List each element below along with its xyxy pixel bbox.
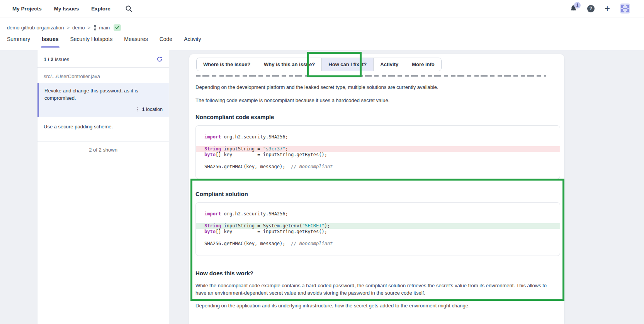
user-avatar[interactable] bbox=[620, 3, 630, 14]
issue-message: Revoke and change this password, as it i… bbox=[44, 87, 163, 102]
clipped-text-line bbox=[196, 75, 546, 78]
issue-detail-panel: Where is the issue? Why is this an issue… bbox=[189, 54, 564, 324]
branch-selector[interactable]: main bbox=[93, 25, 110, 31]
noncompliant-code-heading: Noncompliant code example bbox=[195, 114, 558, 120]
code-line bbox=[196, 140, 560, 146]
locations-dots-icon: ⋮ bbox=[135, 106, 140, 112]
noncompliant-intro-paragraph: The following code example is noncomplia… bbox=[195, 97, 558, 104]
issue-locations-row[interactable]: ⋮1 location bbox=[44, 106, 163, 113]
code-line: SHA256.getHMAC(key, message); // Noncomp… bbox=[196, 241, 560, 247]
noncompliant-code-block: import org.h2.security.SHA256; String in… bbox=[195, 125, 560, 179]
rule-tabs-header: Where is the issue? Why is this an issue… bbox=[195, 54, 558, 74]
issues-shown-footer: 2 of 2 shown bbox=[37, 142, 169, 158]
intro-paragraph: Depending on the development platform an… bbox=[195, 84, 558, 91]
compliant-code-block: import org.h2.security.SHA256; String in… bbox=[195, 202, 560, 256]
code-line: SHA256.getHMAC(key, message); // Noncomp… bbox=[196, 164, 560, 170]
tab-summary[interactable]: Summary bbox=[7, 36, 30, 48]
notifications-bell-icon[interactable]: 1 bbox=[570, 5, 577, 12]
issues-counter-label: issues bbox=[55, 56, 69, 62]
rule-tab-group: Where is the issue? Why is this an issue… bbox=[196, 58, 442, 71]
git-branch-icon bbox=[93, 25, 97, 31]
breadcrumb-org-link[interactable]: demo-github-organization bbox=[7, 25, 64, 31]
branch-name: main bbox=[99, 25, 110, 31]
rule-tab-more-info[interactable]: More info bbox=[405, 58, 441, 71]
locations-label: location bbox=[146, 107, 163, 112]
notification-count-badge: 1 bbox=[574, 2, 581, 9]
code-line bbox=[196, 235, 560, 241]
breadcrumb: demo-github-organization > demo > main bbox=[7, 24, 121, 31]
rule-tab-why-is-this-an-issue[interactable]: Why is this an issue? bbox=[257, 58, 322, 71]
rule-tab-where-is-the-issue[interactable]: Where is the issue? bbox=[197, 58, 257, 71]
how-does-this-work-heading: How does this work? bbox=[195, 270, 558, 276]
check-icon bbox=[115, 26, 119, 29]
nav-explore[interactable]: Explore bbox=[91, 6, 110, 12]
rule-tab-activity[interactable]: Activity bbox=[374, 58, 405, 71]
code-line: import org.h2.security.SHA256; bbox=[196, 211, 560, 217]
locations-count: 1 bbox=[142, 107, 144, 112]
breadcrumb-project-link[interactable]: demo bbox=[72, 25, 85, 31]
issue-item-selected[interactable]: Revoke and change this password, as it i… bbox=[37, 83, 169, 117]
refresh-icon[interactable] bbox=[156, 56, 163, 62]
project-header: demo-github-organization > demo > main S… bbox=[0, 17, 644, 50]
quality-gate-passed-badge bbox=[114, 24, 121, 31]
nav-my-projects[interactable]: My Projects bbox=[12, 6, 42, 12]
issue-file-path: src/.../UserController.java bbox=[37, 68, 169, 83]
breadcrumb-separator: > bbox=[66, 25, 70, 31]
help-icon[interactable]: ? bbox=[587, 5, 595, 12]
tab-activity[interactable]: Activity bbox=[184, 36, 201, 48]
code-line bbox=[196, 217, 560, 223]
code-line bbox=[196, 158, 560, 164]
code-line: byte[] key = inputString.getBytes(); bbox=[196, 152, 560, 158]
tab-security-hotspots[interactable]: Security Hotspots bbox=[70, 36, 113, 48]
breadcrumb-separator: > bbox=[88, 25, 91, 31]
compliant-solution-heading: Compliant solution bbox=[195, 191, 558, 197]
issues-counter: 1 / 2 bbox=[44, 56, 53, 62]
how-paragraph-2: Depending on the application and its und… bbox=[195, 302, 558, 310]
tab-code[interactable]: Code bbox=[160, 36, 172, 48]
issues-sidebar: 1 / 2 issues src/.../UserController.java… bbox=[37, 50, 169, 324]
plus-icon[interactable]: + bbox=[605, 4, 610, 13]
rule-tab-how-can-i-fix-it[interactable]: How can I fix it? bbox=[322, 58, 374, 71]
nav-my-issues[interactable]: My Issues bbox=[54, 6, 79, 12]
how-paragraph-1: While the noncompliant code example cont… bbox=[195, 282, 558, 297]
tab-measures[interactable]: Measures bbox=[124, 36, 148, 48]
topnav-right-group: 1 ? + bbox=[570, 3, 630, 14]
tab-issues[interactable]: Issues bbox=[42, 36, 59, 48]
code-line: byte[] key = inputString.getBytes(); bbox=[196, 229, 560, 235]
search-icon[interactable] bbox=[125, 5, 133, 12]
active-tab-underline bbox=[41, 46, 59, 48]
top-navigation: My Projects My Issues Explore 1 ? + bbox=[0, 0, 644, 17]
code-line: import org.h2.security.SHA256; bbox=[196, 134, 560, 140]
code-line: String inputString = System.getenv("SECR… bbox=[196, 223, 560, 229]
code-line: String inputString = "s3cr37"; bbox=[196, 146, 560, 152]
project-tab-bar: Summary Issues Security Hotspots Measure… bbox=[7, 36, 201, 48]
issues-counter-row: 1 / 2 issues bbox=[37, 50, 169, 68]
issue-item[interactable]: Use a secure padding scheme. bbox=[37, 117, 169, 142]
